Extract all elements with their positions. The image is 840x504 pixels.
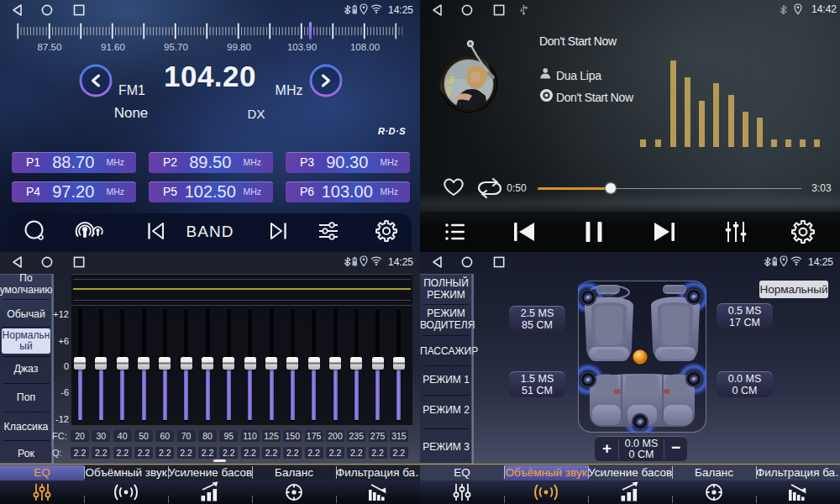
svg-text:BAND: BAND [186, 223, 234, 240]
